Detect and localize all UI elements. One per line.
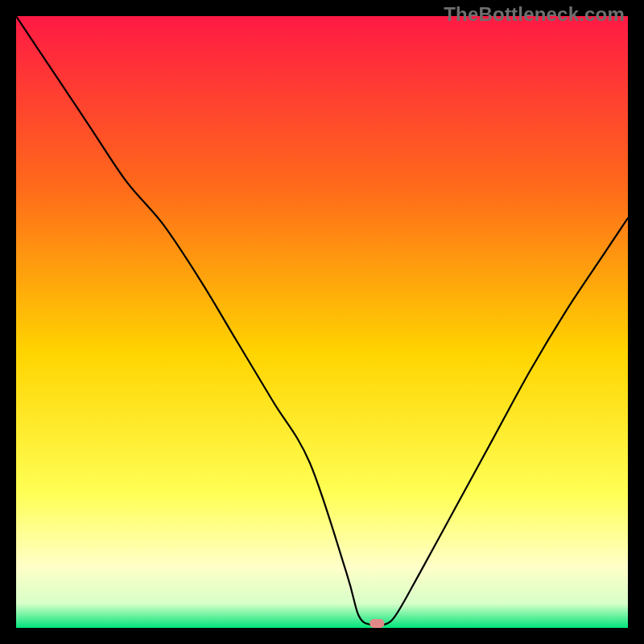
watermark-text: TheBottleneck.com — [444, 3, 625, 26]
chart-container: TheBottleneck.com — [0, 0, 644, 644]
gradient-background — [16, 16, 628, 628]
minimum-marker — [369, 619, 384, 628]
plot-area — [16, 16, 628, 628]
